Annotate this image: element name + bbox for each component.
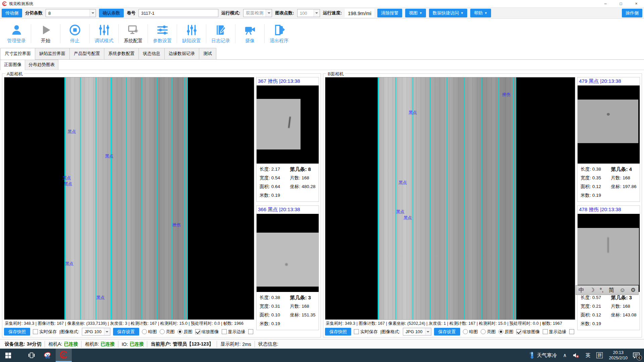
checkbox-icon[interactable] (543, 329, 548, 334)
radio-icon[interactable] (160, 329, 165, 334)
radio-icon[interactable] (481, 329, 486, 334)
ribbon-item-6[interactable]: 缺陷设置 (177, 20, 206, 47)
split-count-combobox[interactable]: 8 (46, 9, 96, 17)
defect-card[interactable]: 366 黑点 |20:13:38长度:0.38第几条:3宽度:0.31片数:16… (256, 205, 319, 330)
radio-icon[interactable] (463, 329, 468, 334)
inspection-app-taskbar-button[interactable] (56, 349, 72, 362)
ime-mode-indicator[interactable]: 拼 (593, 349, 606, 362)
chevron-down-icon[interactable] (266, 9, 272, 17)
minimize-button[interactable]: – (598, 0, 613, 7)
ime-punctuation-icon[interactable]: °, (600, 287, 604, 293)
image-format-combobox[interactable]: JPG 100 (403, 328, 431, 336)
ribbon-item-8[interactable]: 摄像 (235, 20, 264, 47)
ribbon-item-7[interactable]: 日志记录 (206, 20, 235, 47)
ime-simplified-icon[interactable]: 简 (609, 287, 614, 293)
checkbox-icon[interactable] (248, 329, 253, 334)
display-option-checkbox-2[interactable]: 显示条数 (248, 329, 254, 335)
ribbon-item-2[interactable]: 停止 (60, 20, 89, 47)
defect-card[interactable]: 478 挫伤 |20:13:38长度:0.57第几条:3宽度:0.21片数:16… (577, 205, 640, 330)
radio-icon[interactable] (498, 329, 503, 334)
checkbox-icon[interactable] (354, 329, 359, 334)
radio-icon[interactable] (177, 329, 182, 334)
display-option-checkbox-1[interactable]: 显示边缘 (543, 329, 567, 335)
camera-image[interactable]: 挫伤黑点黑点黑点黑点 (325, 77, 575, 320)
operator-side-button[interactable]: 操作侧 (622, 9, 642, 17)
weather-tray-item[interactable]: 天气寒冷 (526, 349, 560, 362)
save-settings-button[interactable]: 保存设置 (434, 328, 460, 336)
checkbox-icon[interactable] (33, 329, 38, 334)
realtime-save-checkbox[interactable]: 实时保存 (354, 329, 378, 335)
confirm-count-button[interactable]: 确认条数 (99, 9, 124, 17)
chevron-down-icon[interactable] (314, 9, 320, 17)
radio-icon[interactable] (142, 329, 147, 334)
ribbon-item-1[interactable]: 开始 (31, 20, 60, 47)
main-tab-2[interactable]: 产品型号配置 (69, 48, 104, 59)
chart-points-combobox[interactable]: 100 (297, 9, 320, 17)
toolbar-button-1[interactable]: 视图▼ (405, 9, 426, 17)
ribbon-item-4[interactable]: 系统配置 (119, 20, 148, 47)
ime-emoji-icon[interactable]: ☺ (620, 287, 625, 293)
sub-tab-0[interactable]: 正面图像 (0, 60, 25, 70)
camera-image[interactable]: 黑点黑点黑点黑点挫伤黑点黑点 (4, 77, 254, 320)
display-option-checkbox-1[interactable]: 显示边缘 (222, 329, 246, 335)
panel-footer-controls: 保存快照实时保存|图像格式:JPG 100保存设置暗图亮图原图缩放图像显示边缘显… (4, 327, 254, 336)
volume-muted-button[interactable] (570, 349, 582, 362)
toolbar-button-0[interactable]: 清除报警 (377, 9, 402, 17)
checkbox-icon[interactable] (516, 329, 521, 334)
defect-thumbnail[interactable] (578, 85, 640, 164)
image-mode-radio-1[interactable]: 亮图 (481, 329, 496, 335)
start-button[interactable] (0, 349, 16, 362)
maximize-button[interactable]: □ (613, 0, 629, 7)
main-tab-5[interactable]: 边缘数据记录 (164, 48, 199, 59)
checkbox-icon[interactable] (195, 329, 200, 334)
image-mode-radio-2[interactable]: 原图 (498, 329, 514, 335)
image-mode-radio-0[interactable]: 暗图 (142, 329, 157, 335)
defect-card[interactable]: 479 黑点 |20:13:38长度:0.38第几条:4宽度:0.35片数:16… (577, 77, 640, 202)
image-mode-radio-1[interactable]: 亮图 (160, 329, 175, 335)
main-tab-3[interactable]: 系统参数配置 (104, 48, 139, 59)
tray-expand-button[interactable]: ∧ (560, 349, 570, 362)
defect-thumbnail[interactable] (257, 214, 319, 292)
main-tab-1[interactable]: 缺陷监控界面 (35, 48, 70, 59)
ime-settings-icon[interactable]: ⚙ (631, 287, 636, 293)
drive-side-button[interactable]: 传动侧 (2, 9, 22, 17)
toolbar-button-2[interactable]: 数据快捷访问▼ (429, 9, 467, 17)
main-tab-0[interactable]: 尺寸监控界面 (0, 48, 35, 60)
main-tab-6[interactable]: 测试 (199, 48, 216, 59)
action-center-button[interactable]: 6 (631, 349, 644, 362)
defect-thumbnail[interactable] (578, 214, 640, 292)
toolbar-button-3[interactable]: 帮助▼ (470, 9, 491, 17)
chevron-down-icon[interactable] (425, 328, 431, 335)
chevron-down-icon[interactable] (104, 328, 110, 335)
language-indicator[interactable]: 英 (582, 349, 593, 362)
save-settings-button[interactable]: 保存设置 (113, 328, 139, 336)
checkbox-icon[interactable] (222, 329, 227, 334)
display-option-checkbox-0[interactable]: 缩放图像 (195, 329, 219, 335)
taskbar-clock[interactable]: 20:13 2025/2/10 (606, 350, 631, 361)
sub-tab-1[interactable]: 分布趋势图表 (25, 60, 58, 70)
defect-card[interactable]: 367 挫伤 |20:13:38长度:2.17第几条:8宽度:0.54片数:16… (256, 77, 319, 202)
ribbon-item-9[interactable]: 退出程序 (265, 20, 293, 47)
image-format-combobox[interactable]: JPG 100 (82, 328, 110, 336)
close-button[interactable]: × (629, 0, 644, 7)
ribbon-item-5[interactable]: 参数设置 (148, 20, 177, 47)
display-option-checkbox-0[interactable]: 缩放图像 (516, 329, 540, 335)
defect-thumbnail[interactable] (257, 85, 319, 164)
run-mode-combobox[interactable]: 双面检测 (243, 9, 272, 17)
image-mode-radio-2[interactable]: 原图 (177, 329, 193, 335)
main-tab-4[interactable]: 状态信息 (139, 48, 165, 59)
chevron-down-icon[interactable] (90, 9, 96, 17)
ribbon-item-3[interactable]: 调试模式 (90, 20, 118, 47)
checkbox-icon[interactable] (569, 329, 574, 334)
snipping-tool-button[interactable] (40, 349, 56, 362)
ribbon-item-0[interactable]: 管理登录 (2, 20, 31, 47)
task-view-button[interactable] (23, 349, 40, 362)
save-snapshot-button[interactable]: 保存快照 (325, 328, 351, 336)
save-snapshot-button[interactable]: 保存快照 (4, 328, 30, 336)
ime-fullhalf-moon-icon[interactable]: ☽ (589, 287, 594, 293)
display-option-checkbox-2[interactable]: 显示条数 (569, 329, 575, 335)
roll-number-input[interactable]: 3117-1 (139, 9, 218, 17)
ime-lang-mode-icon[interactable]: 中 (579, 287, 584, 293)
image-mode-radio-0[interactable]: 暗图 (463, 329, 478, 335)
realtime-save-checkbox[interactable]: 实时保存 (33, 329, 57, 335)
